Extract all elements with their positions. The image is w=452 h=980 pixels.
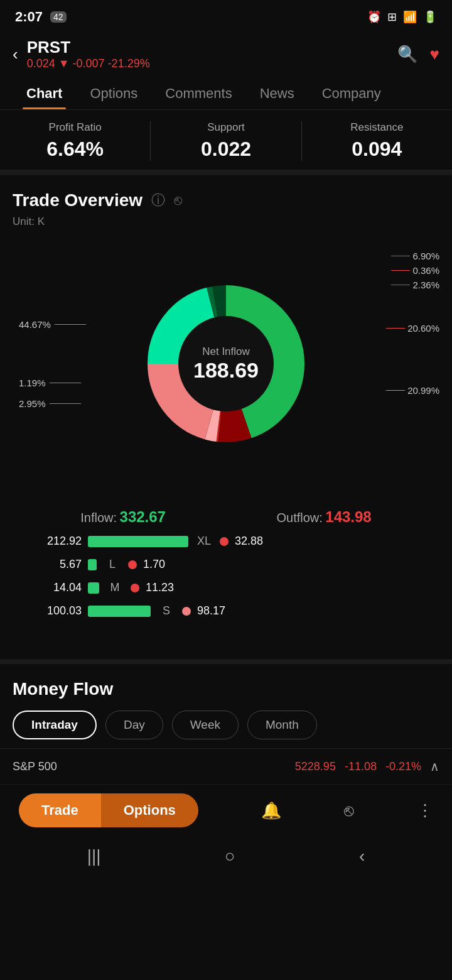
share-action-icon[interactable]: ⎋ (344, 801, 354, 820)
stat-profit-label: Profit Ratio (0, 121, 150, 134)
size-label-l: L (103, 558, 122, 571)
sp500-name: S&P 500 (13, 760, 57, 773)
stat-resistance-label: Resistance (302, 121, 452, 134)
tab-news[interactable]: News (246, 79, 308, 109)
table-row: 100.03 S 98.17 (25, 604, 427, 618)
notification-icon[interactable]: 🔔 (261, 801, 281, 820)
signal-icon: 📶 (403, 10, 417, 24)
label-44: 44.67% (19, 319, 86, 330)
price-change: -0.007 (73, 57, 105, 70)
tab-chart[interactable]: Chart (13, 79, 76, 109)
stats-row: Profit Ratio 6.64% Support 0.022 Resista… (0, 110, 452, 170)
stat-resistance: Resistance 0.094 (302, 121, 452, 161)
nav-circle-icon[interactable]: ○ (225, 846, 235, 866)
nav-tabs: Chart Options Comments News Company (0, 79, 452, 110)
options-button[interactable]: Options (101, 793, 198, 827)
ticker-price: 0.024 (27, 57, 55, 70)
stat-profit-ratio: Profit Ratio 6.64% (0, 121, 151, 161)
stat-support: Support 0.022 (151, 121, 301, 161)
donut-center-value: 188.69 (193, 358, 259, 383)
donut-chart-area: 44.67% 1.19% 2.95% (13, 238, 439, 489)
inflow-value: 332.67 (120, 508, 166, 525)
unit-label: Unit: K (13, 215, 439, 228)
trade-overview-title: Trade Overview (13, 190, 143, 210)
more-icon[interactable]: ⋮ (417, 801, 433, 820)
size-table: 212.92 XL 32.88 5.67 L 1.70 14.04 M 11.2… (13, 535, 439, 646)
trade-overview: Trade Overview ⓘ ⎋ Unit: K 44.67% 1.19% … (0, 175, 452, 659)
sp500-change: -11.08 (345, 760, 377, 773)
bar-green-l (88, 559, 97, 570)
size-label-m: M (105, 581, 124, 594)
size-amount-xl-right: 32.88 (235, 535, 263, 548)
dot-red-m (131, 584, 139, 592)
status-icons: ⏰ ⊞ 📶 🔋 (367, 10, 437, 24)
outflow-value: 143.98 (325, 508, 371, 525)
expand-icon[interactable]: ∧ (430, 759, 439, 774)
stat-support-label: Support (151, 121, 301, 134)
info-icon[interactable]: ⓘ (151, 191, 165, 210)
search-icon[interactable]: 🔍 (397, 45, 417, 64)
tab-comments[interactable]: Comments (151, 79, 245, 109)
back-button[interactable]: ‹ (13, 45, 18, 64)
bar-green-m (88, 582, 99, 594)
money-flow: Money Flow Intraday Day Week Month (0, 664, 452, 748)
period-week[interactable]: Week (172, 710, 239, 739)
tab-options[interactable]: Options (76, 79, 151, 109)
alarm-icon: ⏰ (367, 10, 381, 24)
period-month[interactable]: Month (247, 710, 317, 739)
data-icon: ⊞ (387, 10, 397, 24)
status-bar: 2:07 42 ⏰ ⊞ 📶 🔋 (0, 0, 452, 31)
donut-center-label: Net Inflow (193, 346, 259, 358)
table-row: 5.67 L 1.70 (25, 558, 427, 571)
dot-red-l (128, 560, 137, 569)
ticker-values: 5228.95 -11.08 -0.21% ∧ (295, 759, 439, 774)
chart-labels-left: 44.67% 1.19% 2.95% (19, 238, 86, 489)
ticker-price-row: 0.024 ▼ -0.007 -21.29% (27, 57, 150, 70)
section-divider-2 (0, 659, 452, 664)
dot-red-xl (220, 537, 229, 546)
stat-resistance-value: 0.094 (302, 138, 452, 161)
inflow-item: Inflow: 332.67 (80, 508, 166, 526)
ticker-info: PRST 0.024 ▼ -0.007 -21.29% (27, 38, 150, 70)
bar-green-s (88, 606, 151, 617)
nav-home-icon[interactable]: ||| (87, 846, 101, 866)
trade-button[interactable]: Trade (19, 793, 101, 827)
trade-options-group: Trade Options (19, 793, 198, 827)
size-amount-m-right: 11.23 (146, 581, 174, 594)
favorite-icon[interactable]: ♥ (430, 45, 439, 64)
period-intraday[interactable]: Intraday (13, 710, 97, 739)
size-amount-l-left: 5.67 (25, 558, 82, 571)
price-change-pct: -21.29% (108, 57, 150, 70)
ticker-symbol: PRST (27, 38, 150, 57)
price-arrow: ▼ (58, 57, 73, 70)
sp500-pct: -0.21% (385, 760, 421, 773)
donut-center: Net Inflow 188.69 (193, 346, 259, 383)
status-badge: 42 (50, 11, 67, 23)
label-2-95: 2.95% (19, 398, 86, 409)
outflow-item: Outflow: 143.98 (276, 508, 371, 526)
bar-green-xl (88, 536, 188, 547)
size-label-xl: XL (195, 535, 213, 548)
tab-company[interactable]: Company (308, 79, 395, 109)
period-tabs: Intraday Day Week Month (13, 710, 439, 739)
size-amount-xl-left: 212.92 (25, 535, 82, 548)
nav-bar: ||| ○ ‹ (0, 836, 452, 879)
share-icon[interactable]: ⎋ (174, 192, 182, 209)
dot-pink-s (182, 607, 191, 616)
header: ‹ PRST 0.024 ▼ -0.007 -21.29% 🔍 ♥ (0, 31, 452, 79)
bottom-ticker: S&P 500 5228.95 -11.08 -0.21% ∧ (0, 748, 452, 784)
status-time: 2:07 (15, 9, 43, 25)
size-label-s: S (157, 604, 176, 618)
label-1-19: 1.19% (19, 378, 86, 388)
period-day[interactable]: Day (105, 710, 163, 739)
nav-back-icon[interactable]: ‹ (359, 846, 365, 866)
sp500-price: 5228.95 (295, 760, 336, 773)
size-amount-m-left: 14.04 (25, 581, 82, 594)
donut-chart: Net Inflow 188.69 (138, 276, 314, 452)
section-divider-1 (0, 170, 452, 175)
size-amount-s-right: 98.17 (197, 604, 225, 618)
battery-icon: 🔋 (423, 10, 437, 24)
table-row: 14.04 M 11.23 (25, 581, 427, 594)
stat-profit-value: 6.64% (0, 138, 150, 161)
bottom-action-bar: Trade Options 🔔 ⎋ ⋮ (0, 784, 452, 836)
